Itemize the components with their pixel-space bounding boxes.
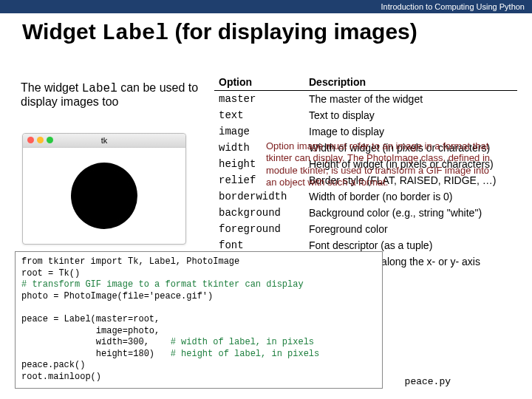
close-icon (27, 137, 34, 143)
table-row: borderwidthWidth of border (no border is… (214, 188, 517, 205)
slide-title: Widget Label (for displaying images) (0, 13, 532, 49)
title-suffix: (for displaying images) (168, 19, 417, 44)
code-block: from tkinter import Tk, Label, PhotoImag… (15, 251, 383, 389)
peace-icon (71, 163, 137, 229)
zoom-icon (47, 137, 53, 143)
minimize-icon (37, 137, 44, 143)
intro-code: Label (82, 82, 117, 95)
code-line: from tkinter import Tk, Label, PhotoImag… (21, 256, 376, 268)
title-prefix: Widget (22, 19, 102, 44)
table-row: masterThe master of the widget (214, 91, 517, 108)
code-line: peace.pack() (21, 360, 376, 372)
code-line: width=300, # width of label, in pixels (21, 337, 376, 349)
table-row: backgroundBackground color (e.g., string… (214, 205, 517, 221)
window-title: tk (101, 136, 108, 145)
overlay-note: Option image must refer to an image in a… (266, 140, 502, 188)
table-row: textText to display (214, 107, 517, 123)
option-cell: image (214, 123, 304, 140)
description-cell: Background color (e.g., string "white") (304, 205, 517, 221)
option-cell: text (214, 107, 304, 123)
code-line: root = Tk() (21, 268, 376, 280)
description-cell: The master of the widget (304, 91, 517, 108)
col-option: Option (214, 74, 304, 91)
table-row: foregroundForeground color (214, 221, 517, 237)
traffic-lights (27, 137, 53, 143)
code-filename: peace.py (405, 376, 451, 387)
description-cell: Foreground color (304, 221, 517, 237)
code-line: root.mainloop() (21, 372, 376, 383)
course-header: Introduction to Computing Using Python (0, 0, 532, 13)
code-line: # transform GIF image to a format tkinte… (21, 279, 376, 291)
code-line: height=180) # height of label, in pixels (21, 349, 376, 361)
description-cell: Text to display (304, 107, 517, 123)
code-line (21, 302, 376, 314)
option-cell: borderwidth (214, 188, 304, 205)
col-description: Description (304, 74, 517, 91)
window-titlebar: tk (23, 134, 185, 148)
code-line: image=photo, (21, 326, 376, 338)
code-line: photo = PhotoImage(file='peace.gif') (21, 291, 376, 303)
code-line: peace = Label(master=root, (21, 314, 376, 326)
table-row: imageImage to display (214, 123, 517, 140)
option-cell: master (214, 91, 304, 108)
description-cell: Width of border (no border is 0) (304, 188, 517, 205)
description-cell: Image to display (304, 123, 517, 140)
tk-window: tk (22, 133, 186, 245)
title-code: Label (102, 21, 168, 46)
window-body (23, 148, 185, 244)
intro-text: The widget Label can be used to display … (21, 81, 205, 109)
intro-a: The widget (21, 81, 82, 94)
option-cell: foreground (214, 221, 304, 237)
option-cell: background (214, 205, 304, 221)
